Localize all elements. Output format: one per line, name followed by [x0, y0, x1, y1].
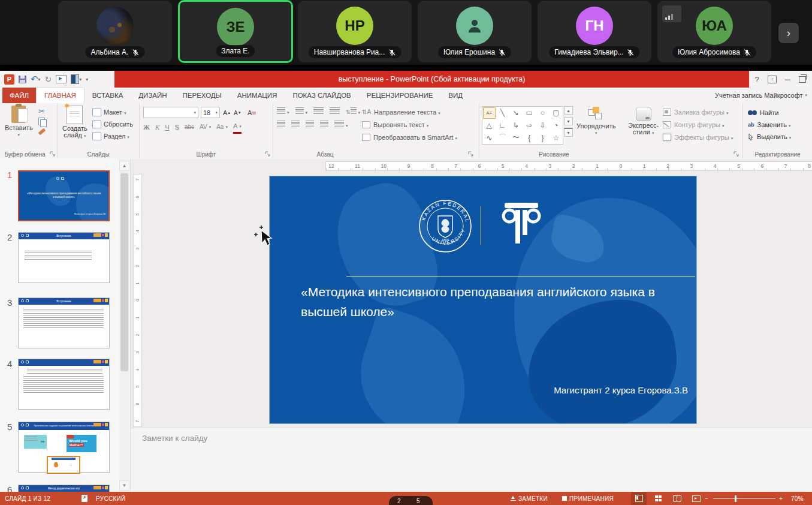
shape-textbox[interactable]: A≡: [483, 107, 496, 119]
font-color-button[interactable]: А: [233, 120, 242, 134]
dialog-launcher-icon[interactable]: [265, 151, 271, 157]
grow-font-button[interactable]: А▲: [223, 107, 231, 119]
change-case-button[interactable]: Aa: [216, 121, 228, 133]
decrease-indent-button[interactable]: [313, 107, 324, 115]
slide-thumbnail-4[interactable]: [18, 359, 110, 410]
tab-slideshow[interactable]: ПОКАЗ СЛАЙДОВ: [285, 88, 358, 103]
redo-button[interactable]: ↻: [45, 73, 52, 85]
slide-canvas[interactable]: KAZAN FEDERAL UNIVERSITY 1804 «Методика …: [270, 176, 696, 423]
meeting-controls-overlay[interactable]: 2 5: [389, 496, 433, 505]
vertical-ruler[interactable]: 765432101234567: [133, 174, 142, 427]
align-left-button[interactable]: [277, 121, 285, 128]
reading-view-button[interactable]: ▾: [71, 73, 81, 85]
scroll-up-button[interactable]: ▲: [119, 161, 129, 171]
shape-outline-button[interactable]: Контур фигуры: [663, 118, 733, 131]
shape-left-brace[interactable]: {: [523, 132, 536, 143]
zoom-slider-track[interactable]: [713, 498, 775, 499]
shape-right-brace[interactable]: }: [536, 132, 549, 143]
shape-rounded-rectangle[interactable]: ▢: [550, 107, 562, 119]
notes-pane[interactable]: Заметки к слайду: [131, 428, 812, 492]
undo-button[interactable]: ↶▾: [31, 73, 41, 85]
participant-tile[interactable]: Юлия Ерошина: [418, 1, 532, 62]
next-participants-button[interactable]: ›: [778, 23, 799, 43]
justify-button[interactable]: [320, 121, 328, 128]
participant-tile[interactable]: ЮА Юлия Абросимова: [657, 1, 771, 62]
layout-button[interactable]: Макет: [92, 107, 126, 118]
underline-button[interactable]: Ч: [165, 121, 169, 133]
tab-transitions[interactable]: ПЕРЕХОДЫ: [175, 88, 230, 103]
horizontal-ruler[interactable]: 1211109876543210123456789101112: [325, 161, 812, 171]
participant-tile[interactable]: Альбина А.: [58, 1, 172, 62]
italic-button[interactable]: К: [155, 121, 159, 133]
align-right-button[interactable]: [306, 121, 314, 128]
zoom-in-button[interactable]: +: [779, 492, 783, 505]
gallery-more-button[interactable]: ▼: [564, 128, 573, 137]
ribbon-display-options-button[interactable]: ↑: [768, 76, 777, 83]
shape-scribble[interactable]: ∿: [483, 132, 496, 143]
strikethrough-button[interactable]: abc: [185, 121, 194, 133]
new-slide-button[interactable]: Создать слайд: [62, 106, 87, 139]
font-name-combo[interactable]: ▾: [143, 107, 198, 118]
participant-tile-active-speaker[interactable]: ЗЕ Злата Е.: [178, 0, 293, 63]
bold-button[interactable]: Ж: [143, 121, 150, 133]
shape-down-arrow[interactable]: ⇩: [536, 119, 549, 131]
align-center-button[interactable]: [291, 121, 300, 128]
shape-arrow[interactable]: ↘: [509, 107, 522, 119]
zoom-out-button[interactable]: −: [705, 492, 708, 505]
slide-thumbnail-1[interactable]: «Методика интенсивного преподавания англ…: [18, 170, 110, 221]
dialog-launcher-icon[interactable]: [468, 151, 474, 157]
shrink-font-button[interactable]: А▼: [234, 107, 242, 119]
spellcheck-button[interactable]: [81, 492, 87, 505]
select-button[interactable]: Выделить: [748, 131, 791, 143]
shape-curve[interactable]: 〜: [509, 132, 522, 143]
save-button[interactable]: [19, 73, 26, 85]
slide-sorter-view-button[interactable]: [650, 492, 666, 505]
slide-title[interactable]: «Методика интенсивного преподавания англ…: [301, 282, 684, 321]
align-text-button[interactable]: Выровнять текст: [362, 118, 457, 131]
notes-toggle-button[interactable]: ЗАМЕТКИ: [511, 492, 548, 505]
tab-review[interactable]: РЕЦЕНЗИРОВАНИЕ: [359, 88, 441, 103]
replace-button[interactable]: abЗаменить: [748, 119, 791, 131]
paste-button[interactable]: Вставить ▾: [5, 106, 33, 137]
shape-pie[interactable]: ◔: [550, 119, 562, 131]
tab-animations[interactable]: АНИМАЦИЯ: [230, 88, 285, 103]
increase-indent-button[interactable]: [330, 107, 340, 115]
participant-tile[interactable]: НР Навширванова Риа...: [298, 1, 412, 62]
shape-rectangle[interactable]: ▭: [523, 107, 536, 119]
shape-fill-button[interactable]: Заливка фигуры: [663, 106, 733, 118]
tab-design[interactable]: ДИЗАЙН: [131, 88, 174, 103]
dialog-launcher-icon[interactable]: [733, 151, 739, 157]
shape-right-arrow[interactable]: ⇨: [523, 119, 536, 131]
tab-insert[interactable]: ВСТАВКА: [84, 88, 131, 103]
cut-button[interactable]: ✂: [38, 108, 45, 115]
text-shadow-button[interactable]: S: [175, 121, 179, 133]
zoom-level[interactable]: 70%: [791, 492, 804, 505]
dialog-launcher-icon[interactable]: [50, 151, 56, 157]
section-button[interactable]: Раздел: [92, 131, 129, 142]
shape-effects-button[interactable]: Эффекты фигуры: [663, 131, 733, 143]
help-button[interactable]: ?: [755, 75, 759, 84]
line-spacing-button[interactable]: ⇅: [346, 107, 360, 115]
find-button[interactable]: Найти: [748, 107, 791, 119]
shape-star[interactable]: ☆: [550, 132, 562, 143]
shape-elbow-arrow[interactable]: ↳: [509, 119, 522, 131]
tab-home[interactable]: ГЛАВНАЯ: [36, 88, 84, 103]
reading-view-button[interactable]: [669, 492, 685, 505]
shape-arc[interactable]: ⌒: [496, 132, 509, 143]
character-spacing-button[interactable]: AV: [200, 121, 211, 133]
format-painter-button[interactable]: [38, 128, 46, 136]
shape-line[interactable]: ╲: [496, 107, 509, 119]
scrollbar-thumb[interactable]: [120, 173, 128, 371]
slideshow-view-button[interactable]: [689, 492, 704, 505]
copy-button[interactable]: ▾: [38, 118, 47, 125]
normal-view-button[interactable]: [631, 492, 647, 505]
scroll-down-button[interactable]: ▼: [119, 480, 129, 491]
font-size-combo[interactable]: 18▾: [201, 107, 220, 118]
numbering-button[interactable]: [295, 107, 308, 115]
clear-formatting-button[interactable]: А: [247, 107, 256, 119]
shape-triangle[interactable]: △: [483, 119, 496, 131]
shape-elbow[interactable]: ∟: [496, 119, 509, 131]
arrange-button[interactable]: Упорядочить ▾: [576, 107, 615, 136]
columns-button[interactable]: [334, 121, 348, 128]
customize-qat-button[interactable]: ▾: [86, 73, 88, 85]
